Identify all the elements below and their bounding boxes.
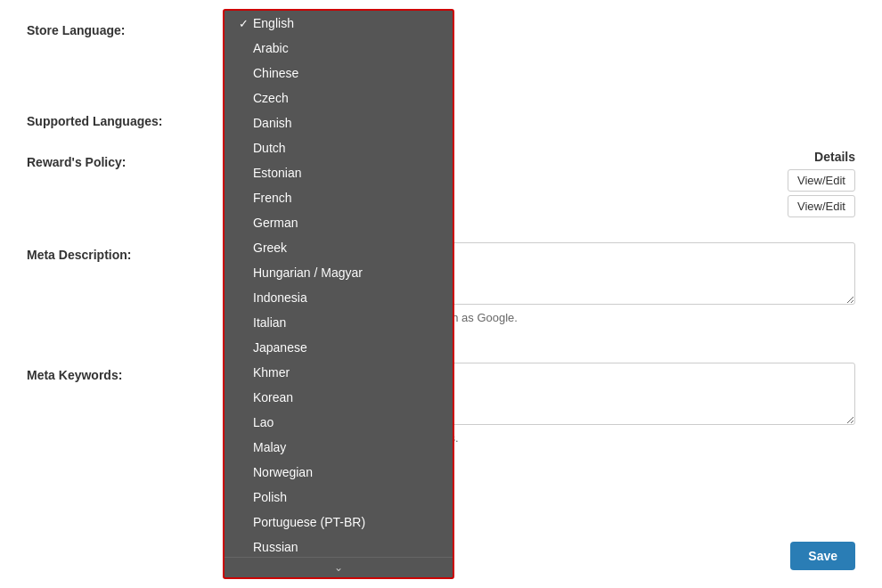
supported-languages-label: Supported Languages: [27, 109, 223, 128]
meta-description-label: Meta Description: [27, 242, 223, 262]
dropdown-item[interactable]: Arabic [225, 36, 453, 61]
dropdown-item[interactable]: Greek [225, 235, 453, 260]
dropdown-item-label: Arabic [253, 41, 289, 55]
dropdown-item-label: Danish [253, 116, 292, 130]
dropdown-item-label: French [253, 191, 292, 205]
dropdown-item-label: Japanese [253, 340, 307, 355]
dropdown-item-label: Lao [253, 415, 274, 429]
dropdown-item[interactable]: Czech [225, 86, 453, 110]
dropdown-item[interactable]: Norwegian [225, 460, 453, 485]
dropdown-item[interactable]: Hungarian / Magyar [225, 260, 453, 285]
dropdown-item[interactable]: Dutch [225, 135, 453, 160]
dropdown-item-label: Dutch [253, 141, 286, 155]
save-button[interactable]: Save [790, 542, 855, 570]
dropdown-item[interactable]: Japanese [225, 335, 453, 360]
meta-keywords-label: Meta Keywords: [27, 363, 223, 382]
dropdown-item[interactable]: Estonian [225, 160, 453, 185]
dropdown-item-label: Italian [253, 315, 286, 330]
policy-details-col: Details View/Edit View/Edit [788, 150, 855, 221]
dropdown-item[interactable]: Malay [225, 435, 453, 460]
dropdown-item[interactable]: Portuguese (PT-BR) [225, 510, 453, 535]
dropdown-item[interactable]: Chinese [225, 61, 453, 86]
details-label: Details [814, 150, 855, 164]
dropdown-item-label: Czech [253, 91, 289, 105]
dropdown-item[interactable]: Indonesia [225, 285, 453, 310]
dropdown-scroll-down-icon[interactable]: ⌄ [225, 557, 453, 577]
dropdown-item[interactable]: Russian [225, 535, 453, 557]
dropdown-item-label: Chinese [253, 66, 298, 80]
dropdown-item-label: German [253, 216, 298, 230]
dropdown-item-label: Polish [253, 490, 287, 504]
dropdown-item-label: Khmer [253, 365, 290, 380]
dropdown-item[interactable]: German [225, 210, 453, 235]
dropdown-item-label: Estonian [253, 166, 301, 180]
dropdown-item-label: Malay [253, 440, 286, 454]
dropdown-item-label: Hungarian / Magyar [253, 265, 363, 280]
dropdown-item-label: Indonesia [253, 290, 307, 305]
rewards-policy-label: Reward's Policy: [27, 150, 223, 169]
dropdown-item-label: Norwegian [253, 465, 313, 479]
dropdown-item[interactable]: Korean [225, 385, 453, 410]
dropdown-item-label: English [253, 16, 294, 30]
checkmark-icon: ✓ [239, 17, 253, 30]
dropdown-item-label: Portuguese (PT-BR) [253, 515, 365, 529]
dropdown-item[interactable]: ✓English [225, 11, 453, 36]
page-wrapper: Store Language: Supported Languages: sto… [0, 0, 882, 588]
dropdown-list: ✓EnglishArabicChineseCzechDanishDutchEst… [225, 11, 453, 557]
dropdown-item[interactable]: Khmer [225, 360, 453, 385]
dropdown-item-label: Korean [253, 390, 293, 404]
dropdown-item[interactable]: Lao [225, 410, 453, 435]
dropdown-item[interactable]: Danish [225, 110, 453, 135]
view-edit-button-1[interactable]: View/Edit [788, 169, 855, 192]
store-language-label: Store Language: [27, 18, 223, 37]
dropdown-item[interactable]: Italian [225, 310, 453, 335]
dropdown-item[interactable]: Polish [225, 485, 453, 510]
dropdown-item[interactable]: French [225, 185, 453, 210]
dropdown-item-label: Greek [253, 241, 287, 255]
language-dropdown[interactable]: ✓EnglishArabicChineseCzechDanishDutchEst… [223, 9, 454, 579]
view-edit-button-2[interactable]: View/Edit [788, 195, 855, 217]
dropdown-item-label: Russian [253, 540, 298, 554]
